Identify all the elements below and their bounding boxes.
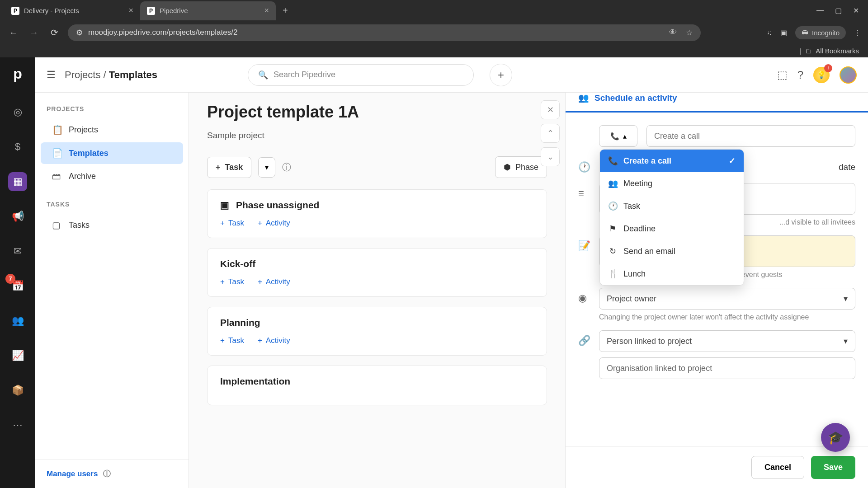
activity-title-input[interactable]	[646, 125, 855, 147]
check-icon: ✓	[729, 156, 736, 166]
person-select[interactable]: Person linked to project ▾	[599, 330, 855, 352]
incognito-button[interactable]: 🕶 Incognito	[795, 26, 846, 39]
rail-activities-icon[interactable]: 7 📅	[8, 277, 27, 296]
rail-home-icon[interactable]: ◎	[8, 103, 27, 122]
sidebar-item-archive[interactable]: 🗃 Archive	[41, 166, 183, 187]
phase-card: ▣ Phase unassigned +Task +Activity	[207, 189, 547, 238]
sidebar-item-label: Tasks	[69, 221, 90, 230]
close-panel-button[interactable]: ✕	[541, 100, 560, 119]
all-bookmarks-button[interactable]: All Bookmarks	[816, 47, 859, 55]
bookmark-star-icon[interactable]: ☆	[686, 28, 693, 38]
dropdown-item-deadline[interactable]: ⚑ Deadline	[600, 217, 744, 240]
minimize-icon[interactable]: —	[816, 6, 824, 15]
plus-icon: +	[220, 219, 225, 228]
back-icon[interactable]: ←	[7, 28, 20, 38]
add-task-button[interactable]: + Task	[207, 157, 251, 178]
mail-icon: ↻	[608, 246, 617, 256]
close-icon[interactable]: ×	[264, 6, 269, 15]
sidebar-item-projects[interactable]: 📋 Projects	[41, 119, 183, 141]
link-label: Activity	[266, 219, 290, 228]
dropdown-item-lunch[interactable]: 🍴 Lunch	[600, 263, 744, 285]
phase-title: Phase unassigned	[236, 200, 319, 211]
add-activity-link[interactable]: +Activity	[258, 277, 290, 286]
panel-icon[interactable]: ▣	[780, 28, 787, 37]
info-icon[interactable]: ⓘ	[282, 161, 291, 174]
save-button[interactable]: Save	[811, 456, 855, 479]
dropdown-item-email[interactable]: ↻ Send an email	[600, 240, 744, 263]
add-activity-link[interactable]: +Activity	[258, 219, 290, 228]
task-dropdown-button[interactable]: ▾	[258, 157, 275, 178]
next-button[interactable]: ⌄	[541, 147, 560, 166]
info-icon: ⓘ	[103, 469, 111, 479]
media-icon[interactable]: ♫	[767, 28, 772, 37]
add-activity-link[interactable]: +Activity	[258, 336, 290, 345]
page-subtitle: Sample project	[207, 131, 547, 141]
search-input[interactable]: 🔍 Search Pipedrive	[248, 64, 474, 86]
pipedrive-logo-icon[interactable]: p	[13, 66, 22, 82]
dropdown-label: Lunch	[623, 269, 646, 279]
browser-chrome: P Delivery - Projects × P Pipedrive × + …	[0, 0, 868, 57]
owner-select[interactable]: Project owner ▾	[599, 288, 855, 310]
rail-mail-icon[interactable]: ✉	[8, 242, 27, 261]
menu-icon[interactable]: ⋮	[854, 28, 861, 37]
maximize-icon[interactable]: ▢	[835, 6, 842, 15]
plus-icon: +	[258, 219, 262, 228]
quick-add-button[interactable]: +	[490, 64, 512, 86]
help-fab[interactable]: 🎓	[821, 423, 850, 452]
close-window-icon[interactable]: ✕	[853, 6, 859, 15]
sidebar-item-tasks[interactable]: ▢ Tasks	[41, 214, 183, 236]
link-label: Activity	[266, 336, 290, 345]
rail-deals-icon[interactable]: $	[8, 137, 27, 156]
chevron-down-icon: ▾	[844, 294, 848, 304]
archive-icon: 🗃	[52, 171, 62, 182]
rail-contacts-icon[interactable]: 👥	[8, 311, 27, 330]
browser-tab[interactable]: P Delivery - Projects ×	[5, 1, 140, 20]
phase-card: Planning +Task +Activity	[207, 307, 547, 356]
chevron-up-icon: ▴	[623, 132, 627, 141]
dropdown-item-call[interactable]: 📞 Create a call ✓	[600, 150, 744, 172]
url-bar[interactable]: ⚙ moodjoy.pipedrive.com/projects/templat…	[68, 24, 701, 41]
add-task-link[interactable]: +Task	[220, 219, 244, 228]
tips-icon[interactable]: 💡!	[813, 67, 830, 83]
reload-icon[interactable]: ⟳	[47, 27, 61, 38]
plus-icon: +	[258, 277, 262, 286]
browser-tab[interactable]: P Pipedrive ×	[140, 1, 276, 20]
rail-more-icon[interactable]: ⋯	[8, 416, 27, 435]
rail-campaigns-icon[interactable]: 📢	[8, 207, 27, 226]
dropdown-item-task[interactable]: 🕐 Task	[600, 195, 744, 217]
sidebar-item-templates[interactable]: 📄 Templates	[41, 142, 183, 164]
new-tab-button[interactable]: +	[276, 5, 295, 16]
rail-products-icon[interactable]: 📦	[8, 381, 27, 400]
add-task-link[interactable]: +Task	[220, 336, 244, 345]
prev-button[interactable]: ⌃	[541, 124, 560, 143]
activity-type-row: 📞 ▴ 📞 Create a call ✓ 👥 Meeting	[578, 125, 855, 147]
sidebar-item-label: Projects	[69, 125, 98, 135]
site-settings-icon[interactable]: ⚙	[76, 28, 83, 38]
link-label: Task	[228, 336, 244, 345]
add-task-link[interactable]: +Task	[220, 277, 244, 286]
eye-off-icon[interactable]: 👁	[669, 28, 677, 38]
close-icon[interactable]: ×	[128, 6, 133, 15]
breadcrumb-parent[interactable]: Projects	[65, 69, 100, 80]
rail-projects-icon[interactable]: ▦	[8, 172, 27, 191]
icon-rail: p ◎ $ ▦ 📢 ✉ 7 📅 👥 📈 📦 ⋯	[0, 57, 35, 488]
panel-nav: ✕ ⌃ ⌄	[541, 100, 560, 166]
org-input[interactable]: Organisation linked to project	[599, 357, 855, 379]
phase-button[interactable]: ⬢ Phase	[495, 156, 547, 178]
help-icon[interactable]: ?	[797, 69, 803, 81]
tab-title: Delivery - Projects	[24, 7, 79, 14]
cancel-button[interactable]: Cancel	[751, 456, 804, 479]
sidebar-toggle-icon[interactable]: ☰	[47, 69, 56, 81]
phase-icon: ▣	[220, 200, 229, 211]
food-icon: 🍴	[608, 269, 617, 279]
date-label: date	[839, 162, 855, 172]
user-avatar[interactable]	[840, 66, 857, 84]
rail-insights-icon[interactable]: 📈	[8, 346, 27, 365]
manage-users-link[interactable]: Manage users ⓘ	[35, 459, 189, 488]
phase-card: Implementation	[207, 366, 547, 405]
sidebar-item-label: Archive	[69, 172, 96, 181]
extensions-icon[interactable]: ⬚	[777, 69, 788, 81]
task-icon: ▢	[52, 220, 62, 230]
activity-type-select[interactable]: 📞 ▴ 📞 Create a call ✓ 👥 Meeting	[599, 125, 637, 147]
dropdown-item-meeting[interactable]: 👥 Meeting	[600, 172, 744, 195]
